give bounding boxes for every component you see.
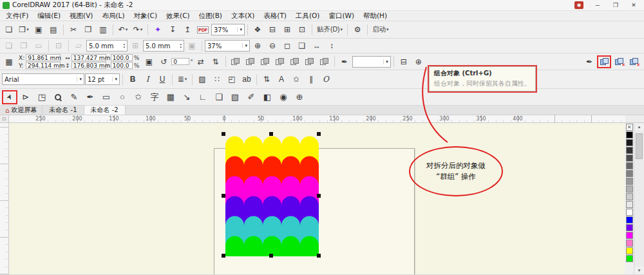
bulleted-list-button[interactable]: ∷ bbox=[210, 73, 224, 86]
no-color-swatch[interactable]: ✕ bbox=[626, 124, 633, 131]
color-swatch[interactable] bbox=[626, 216, 633, 223]
table-tool[interactable]: ▦ bbox=[163, 90, 178, 104]
menu-工具O[interactable]: 工具(O) bbox=[291, 12, 324, 21]
color-eyedropper-tool[interactable]: ✐ bbox=[243, 90, 259, 104]
font-family-combo[interactable]: Arial▾ bbox=[2, 73, 84, 85]
tab-welcome-screen[interactable]: ⌂ 欢迎屏幕 bbox=[0, 106, 43, 115]
zoom-out-button[interactable]: ⊖ bbox=[265, 39, 279, 52]
outline-color-button[interactable]: ✒ bbox=[582, 55, 596, 68]
selection-handle[interactable] bbox=[317, 194, 321, 198]
color-swatch[interactable] bbox=[626, 170, 633, 177]
transparency-tool[interactable]: ▧ bbox=[227, 90, 243, 104]
show-grid-button[interactable]: ⊞ bbox=[280, 23, 294, 36]
text-tool[interactable]: 字 bbox=[147, 90, 162, 104]
menu-窗口W[interactable]: 窗口(W) bbox=[324, 12, 359, 21]
show-guidelines-button[interactable]: ⊡ bbox=[295, 23, 309, 36]
maximize-button[interactable]: ❐ bbox=[608, 1, 623, 10]
zoom-width-button[interactable]: ↔ bbox=[310, 39, 324, 52]
menu-帮助H[interactable]: 帮助(H) bbox=[359, 12, 392, 21]
redo-button[interactable]: ↷▾ bbox=[131, 23, 145, 36]
snap-to-menu[interactable]: 贴齐(D)▾ bbox=[315, 23, 345, 36]
copy-button[interactable]: ❐ bbox=[81, 23, 95, 36]
show-rulers-button[interactable]: ⊟ bbox=[265, 23, 279, 36]
mirror-horizontal-button[interactable]: ⇄ bbox=[194, 55, 208, 68]
color-swatch[interactable] bbox=[626, 131, 633, 138]
rotation-angle-field[interactable]: 0 bbox=[171, 58, 189, 65]
selection-handle[interactable] bbox=[317, 254, 321, 258]
color-swatch[interactable] bbox=[626, 201, 633, 208]
menu-文本X[interactable]: 文本(X) bbox=[227, 12, 259, 21]
color-swatch[interactable] bbox=[626, 147, 633, 154]
edit-text-button[interactable]: ab bbox=[240, 73, 254, 86]
ellipse-tool[interactable]: ○ bbox=[115, 90, 130, 104]
pick-tool[interactable]: ➤ bbox=[2, 90, 17, 104]
front-minus-back-button[interactable] bbox=[288, 55, 302, 68]
color-swatch[interactable] bbox=[626, 178, 633, 185]
color-swatch[interactable] bbox=[626, 185, 633, 193]
underline-button[interactable]: U bbox=[155, 73, 169, 86]
object-height-field[interactable]: 176.803 mm bbox=[71, 62, 106, 69]
search-content-button[interactable]: ✦ bbox=[151, 23, 165, 36]
simplify-button[interactable] bbox=[273, 55, 287, 68]
open-button[interactable]: ❒▾ bbox=[17, 23, 31, 36]
selection-handle[interactable] bbox=[269, 132, 273, 136]
freehand-tool[interactable]: ✎ bbox=[66, 90, 82, 104]
menu-对象C[interactable]: 对象(C) bbox=[129, 12, 162, 21]
vertical-scrollbar[interactable]: ▴ ▾ bbox=[634, 123, 644, 274]
import-button[interactable]: ↧ bbox=[166, 23, 180, 36]
color-swatch[interactable] bbox=[626, 232, 633, 239]
document-tab[interactable]: 未命名 -2 bbox=[84, 106, 126, 115]
vertical-scroll-track[interactable] bbox=[634, 131, 644, 267]
columns-button[interactable]: ∥ bbox=[304, 73, 318, 86]
shape-tool[interactable]: ⊳ bbox=[18, 90, 33, 104]
menu-位图B[interactable]: 位图(B) bbox=[194, 12, 227, 21]
ruler-origin-button[interactable]: ⊡ bbox=[0, 115, 9, 123]
smart-fill-tool[interactable]: ◉ bbox=[276, 90, 291, 104]
menu-布局L[interactable]: 布局(L) bbox=[97, 12, 129, 21]
color-swatch[interactable] bbox=[626, 224, 633, 231]
zoom-all-button[interactable]: ❑ bbox=[295, 39, 309, 52]
options-button[interactable]: ⚙ bbox=[350, 23, 365, 36]
polygon-tool[interactable]: ✩ bbox=[131, 90, 146, 104]
y-position-field[interactable]: 294.114 mm bbox=[26, 62, 61, 69]
crop-tool[interactable]: ◳ bbox=[34, 90, 50, 104]
text-direction-button[interactable]: ⇅ bbox=[260, 73, 274, 86]
lock-ratio-button[interactable]: ▣ bbox=[142, 55, 156, 68]
vertical-scroll-thumb[interactable] bbox=[636, 133, 643, 159]
new-document-button[interactable]: ❏ bbox=[2, 23, 16, 36]
close-button[interactable]: ✕ bbox=[626, 1, 641, 10]
color-swatch[interactable] bbox=[626, 209, 633, 216]
drop-shadow-tool[interactable]: ❑ bbox=[211, 90, 227, 104]
object-width-field[interactable]: 137.427 mm bbox=[71, 54, 106, 61]
zoom-tool[interactable] bbox=[50, 90, 66, 104]
publish-pdf-button[interactable]: PDF bbox=[195, 23, 211, 36]
artistic-media-tool[interactable]: ✒ bbox=[82, 90, 98, 104]
undo-button[interactable]: ↶▾ bbox=[116, 23, 130, 36]
zoom-height-button[interactable]: ↕ bbox=[325, 39, 339, 52]
character-formatting-button[interactable]: A bbox=[274, 73, 289, 86]
selection-handle[interactable] bbox=[222, 132, 225, 136]
ungroup-all-button[interactable]: ✕ bbox=[627, 55, 641, 68]
vertical-ruler[interactable] bbox=[0, 123, 9, 274]
selection-handle[interactable] bbox=[269, 254, 273, 258]
trim-button[interactable] bbox=[243, 55, 258, 68]
save-button[interactable]: ▣ bbox=[32, 23, 46, 36]
menu-编辑E[interactable]: 编辑(E) bbox=[33, 12, 65, 21]
color-swatch[interactable] bbox=[626, 162, 633, 169]
zoom-selected-button[interactable]: ◻ bbox=[280, 39, 294, 52]
color-swatch[interactable] bbox=[626, 155, 633, 162]
scale-y-field[interactable]: 100.0 bbox=[111, 62, 133, 69]
scalloped-object[interactable] bbox=[9, 123, 625, 274]
color-swatch[interactable] bbox=[626, 139, 633, 146]
horizontal-ruler[interactable]: 25020015010050050100150200250300350400 bbox=[9, 115, 625, 123]
scale-x-field[interactable]: 100.0 bbox=[111, 54, 133, 61]
bold-button[interactable]: B bbox=[126, 73, 140, 86]
account-icon[interactable]: ✱ bbox=[574, 1, 583, 9]
nudge-distance-spinner[interactable]: 5.0 mm▴▾ bbox=[86, 40, 128, 52]
zoom-level-combo[interactable]: 37%▾ bbox=[211, 24, 245, 35]
selection-handle[interactable] bbox=[317, 132, 321, 136]
menu-视图V[interactable]: 视图(V) bbox=[65, 12, 97, 21]
rectangle-tool[interactable]: ▭ bbox=[99, 90, 114, 104]
launch-menu[interactable]: 启动▾ bbox=[370, 23, 391, 36]
connector-tool[interactable]: ∟ bbox=[195, 90, 211, 104]
